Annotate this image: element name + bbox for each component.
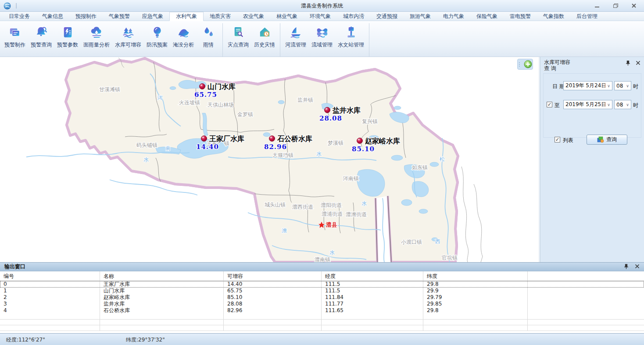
- toolbar-button-disaster-point[interactable]: 灾点查询: [225, 23, 251, 50]
- map-canvas[interactable]: 甘溪滩镇火连坡镇天供山林场金罗镇盐井镇复兴镇梦溪镇码头铺镇王家厂 镇大堰垱镇涔南…: [0, 57, 539, 262]
- date-from-combo[interactable]: 2019年 5月24日 ∨: [563, 81, 612, 90]
- reservoir-marker-group: [325, 107, 330, 113]
- window-title: 澧县业务制作系统: [0, 2, 644, 10]
- toolbar: 预警制作预警查询预警参数面雨量分析水库可增容防汛预案淹没分析雨情灾点查询历史灾情…: [0, 21, 644, 57]
- toolbar-button-rain-info[interactable]: 雨情: [197, 23, 220, 50]
- menu-item-3[interactable]: 预报制作: [69, 12, 103, 21]
- add-circle-icon: [524, 60, 532, 68]
- column-header-3[interactable]: 经度: [322, 271, 423, 281]
- river-label: 水: [316, 151, 322, 157]
- menu-item-9[interactable]: 林业气象: [270, 12, 304, 21]
- menu-item-12[interactable]: 交通预报: [370, 12, 404, 21]
- pin-icon[interactable]: [624, 264, 629, 270]
- menu-item-5[interactable]: 应急气象: [136, 12, 169, 21]
- toolbar-button-warning-search[interactable]: 预警查询: [28, 23, 54, 50]
- toolbar-button-reservoir-capacity[interactable]: 水库可增容: [112, 23, 144, 50]
- table-cell: [423, 325, 528, 331]
- table-cell: 82.96: [224, 307, 322, 314]
- toolbar-button-submerge-analysis[interactable]: 淹没分析: [170, 23, 197, 50]
- toolbar-button-area-rainfall[interactable]: 面雨量分析: [81, 23, 112, 50]
- close-output-icon[interactable]: [635, 264, 640, 270]
- map-add-button[interactable]: [517, 59, 533, 70]
- toolbar-button-disaster-history[interactable]: 历史灾情: [251, 23, 278, 50]
- marker-highlight: [200, 85, 202, 86]
- table-cell: [0, 314, 100, 319]
- column-header-2[interactable]: 可增容: [224, 271, 322, 281]
- column-header-0[interactable]: 编号: [0, 271, 100, 281]
- table-cell: 0: [0, 281, 100, 288]
- reservoir-marker[interactable]: [325, 107, 330, 113]
- hour-from-combo[interactable]: 08 ∨: [614, 81, 631, 90]
- menu-item-18[interactable]: 后台管理: [570, 12, 604, 21]
- toolbar-button-label: 防汛预案: [147, 41, 168, 49]
- close-panel-icon[interactable]: [636, 60, 640, 67]
- table-cell: [322, 320, 423, 325]
- menu-item-1[interactable]: 日常业务: [3, 12, 36, 21]
- date-to-value: 2019年 5月25日: [564, 101, 605, 108]
- list-checkbox[interactable]: ✓: [555, 137, 560, 142]
- maximize-icon[interactable]: [612, 3, 619, 9]
- to-checkbox[interactable]: ✓: [547, 102, 552, 107]
- menu-item-17[interactable]: 气象指数: [537, 12, 570, 21]
- table-row-2[interactable]: 2赵家峪水库85.10111.8429.79: [0, 294, 644, 301]
- column-header-1[interactable]: 名称: [100, 271, 224, 281]
- table-cell: [0, 325, 100, 331]
- reservoir-marker[interactable]: [200, 84, 205, 89]
- table-cell: [528, 294, 644, 301]
- date-to-combo[interactable]: 2019年 5月25日 ∨: [563, 100, 612, 109]
- menu-item-4[interactable]: 气象预警: [103, 12, 136, 21]
- menu-item-7[interactable]: 地质灾害: [204, 12, 237, 21]
- menu-item-11[interactable]: 城市内涝: [337, 12, 370, 21]
- marker-highlight: [270, 137, 272, 138]
- pin-icon[interactable]: [626, 60, 630, 67]
- toolbar-button-basin-manage[interactable]: 流域管理: [309, 23, 335, 50]
- toolbar-button-label: 淹没分析: [173, 41, 194, 49]
- hour-to-combo[interactable]: 08 ∨: [614, 100, 631, 109]
- menu-item-14[interactable]: 电力气象: [437, 12, 470, 21]
- reservoir-marker[interactable]: [357, 138, 363, 144]
- query-button[interactable]: 查询: [587, 135, 627, 145]
- toolbar-button-river-manage[interactable]: 河流管理: [283, 23, 309, 50]
- reservoir-marker[interactable]: [269, 136, 275, 142]
- table-cell: [423, 314, 528, 319]
- table-cell: 111.5: [322, 281, 423, 288]
- menu-item-16[interactable]: 雷电预警: [504, 12, 537, 21]
- town-label: 天供山林场: [208, 102, 234, 108]
- town-label: 梦溪镇: [328, 140, 343, 146]
- table-row-3[interactable]: 3盐井水库28.08111.7729.85: [0, 301, 644, 307]
- close-icon[interactable]: [631, 3, 637, 9]
- toolbar-button-flood-plan[interactable]: 防汛预案: [144, 23, 170, 50]
- reservoir-name-label: 王家厂水库: [209, 135, 244, 143]
- column-header-4[interactable]: 纬度: [423, 271, 528, 281]
- menu-item-6[interactable]: 水利气象: [169, 12, 204, 21]
- menu-item-13[interactable]: 旅游气象: [404, 12, 437, 21]
- chevron-down-icon: ∨: [605, 84, 612, 88]
- output-titlebar: 输出窗口: [0, 263, 644, 271]
- table-row-1[interactable]: 1山门水库65.75111.529.9: [0, 288, 644, 294]
- table-cell: [322, 325, 423, 331]
- table-row-0[interactable]: 0王家厂水库14.40111.529.8: [0, 281, 644, 288]
- menu-item-2[interactable]: 气象信息: [36, 12, 69, 21]
- toolbar-button-warning-params[interactable]: 预警参数: [54, 23, 81, 50]
- table-cell: 65.75: [224, 288, 322, 294]
- toolbar-button-label: 面雨量分析: [83, 41, 110, 49]
- table-empty-row: [0, 325, 644, 331]
- reservoir-marker[interactable]: [201, 136, 207, 142]
- table-row-4[interactable]: 4石公桥水库82.96111.6529.8: [0, 307, 644, 314]
- reservoir-name-label: 盐井水库: [332, 106, 361, 114]
- column-header-blank: [528, 271, 644, 281]
- toolbar-button-hydrostation-manage[interactable]: 水文站管理: [335, 23, 367, 50]
- hour-label-1: 时: [633, 83, 638, 90]
- menu-item-10[interactable]: 环境气象: [304, 12, 337, 21]
- table-cell: [528, 288, 644, 294]
- table-cell: 山门水库: [100, 288, 224, 294]
- menu-item-8[interactable]: 农业气象: [237, 12, 270, 21]
- table-cell: [100, 314, 224, 319]
- table-empty-row: [0, 320, 644, 325]
- submerge-analysis-icon: [177, 24, 190, 40]
- toolbar-button-warning-compose[interactable]: 预警制作: [2, 23, 28, 50]
- hour-to-value: 08: [615, 102, 624, 108]
- minimize-icon[interactable]: [594, 3, 600, 9]
- menu-item-15[interactable]: 保险气象: [470, 12, 504, 21]
- town-label: 城头山镇: [265, 202, 286, 208]
